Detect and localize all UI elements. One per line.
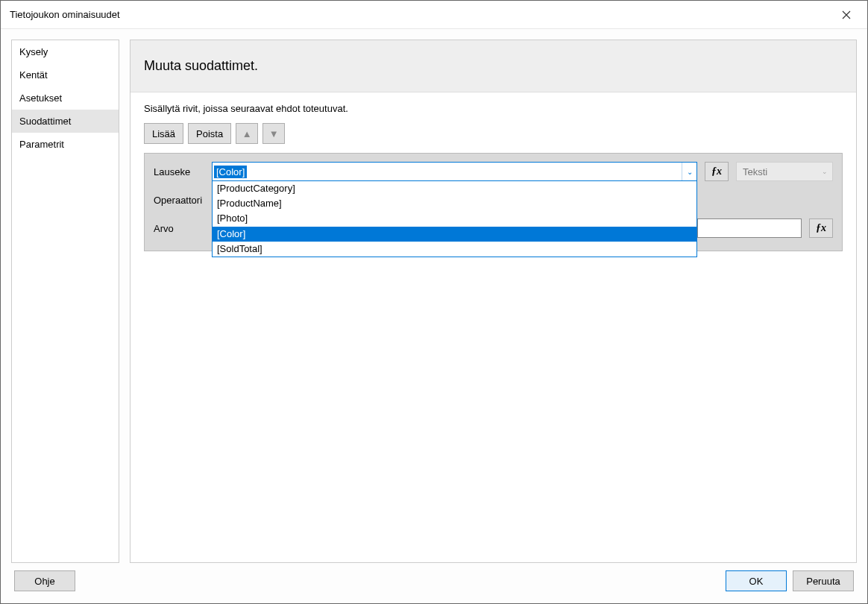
cancel-button[interactable]: Peruuta [793,570,854,591]
ok-button[interactable]: OK [726,570,787,591]
dialog-body: Kysely Kentät Asetukset Suodattimet Para… [1,29,867,603]
expression-dropdown-list: [ProductCategory] [ProductName] [Photo] [212,181,697,257]
option-label: [ProductCategory] [217,183,295,194]
button-label: OK [749,576,764,587]
option-label: [Photo] [217,213,248,224]
expression-fx-button[interactable]: ƒx [705,162,729,181]
value-label: Arvo [154,223,204,234]
content-panel: Muuta suodattimet. Sisällytä rivit, jois… [130,40,857,563]
type-selected-value: Teksti [743,166,767,177]
sidebar-item-label: Kysely [19,46,48,57]
sidebar-item-label: Kentät [19,69,48,81]
sidebar-item-label: Parametrit [19,139,64,150]
window-title: Tietojoukon ominaisuudet [10,9,834,20]
row-expression: Lauseke [Color] ⌄ [ProductCategory] [154,161,833,182]
sidebar-item-kentat[interactable]: Kentät [12,63,119,86]
titlebar: Tietojoukon ominaisuudet [1,1,867,29]
dropdown-option-productname[interactable]: [ProductName] [213,196,696,211]
fx-icon: ƒx [816,222,826,234]
content-heading: Muuta suodattimet. [130,40,856,92]
expression-label: Lauseke [154,166,204,177]
move-up-button[interactable]: ▲ [236,123,258,144]
sidebar-item-kysely[interactable]: Kysely [12,40,119,63]
move-down-button[interactable]: ▼ [262,123,285,144]
close-icon [842,10,851,19]
option-label: [SoldTotal] [217,243,262,254]
value-input[interactable] [697,218,802,238]
chevron-down-icon: ⌄ [822,168,828,175]
button-label: Ohje [34,576,54,587]
sidebar-item-asetukset[interactable]: Asetukset [12,86,119,110]
option-label: [ProductName] [217,198,282,209]
help-button[interactable]: Ohje [14,570,75,591]
fx-icon: ƒx [711,166,722,177]
dropdown-option-color[interactable]: [Color] [213,227,696,242]
expression-combo-wrap: [Color] ⌄ [ProductCategory] [ProductName… [212,162,697,181]
sidebar: Kysely Kentät Asetukset Suodattimet Para… [11,40,119,563]
type-combobox[interactable]: Teksti ⌄ [736,162,833,181]
dropdown-option-productcategory[interactable]: [ProductCategory] [213,181,696,196]
dialog-window: Tietojoukon ominaisuudet Kysely Kentät A… [0,0,868,604]
operator-label: Operaattori [154,195,204,206]
sidebar-item-label: Asetukset [19,92,62,104]
expression-combobox[interactable]: [Color] ⌄ [212,162,697,181]
button-label: Poista [196,128,223,139]
content-body: Sisällytä rivit, joissa seuraavat ehdot … [130,92,856,562]
chevron-down-icon: ⌄ [682,163,696,180]
remove-button[interactable]: Poista [188,123,231,144]
button-label: Lisää [152,128,175,139]
sidebar-item-parametrit[interactable]: Parametrit [12,133,119,156]
arrow-up-icon: ▲ [242,128,252,139]
value-fx-button[interactable]: ƒx [809,218,833,238]
dropdown-option-photo[interactable]: [Photo] [213,211,696,226]
dropdown-option-soldtotal[interactable]: [SoldTotal] [213,242,696,257]
add-button[interactable]: Lisää [144,123,183,144]
filter-panel: Lauseke [Color] ⌄ [ProductCategory] [144,153,843,251]
button-label: Peruuta [806,576,840,587]
sidebar-item-label: Suodattimet [19,116,71,127]
option-label: [Color] [217,228,245,239]
close-button[interactable] [834,4,858,25]
expression-selected-value: [Color] [214,166,247,178]
sidebar-item-suodattimet[interactable]: Suodattimet [12,110,119,133]
filter-toolbar: Lisää Poista ▲ ▼ [144,123,843,144]
arrow-down-icon: ▼ [269,128,279,139]
dialog-footer: Ohje OK Peruuta [11,563,857,593]
instruction-text: Sisällytä rivit, joissa seuraavat ehdot … [144,103,843,114]
main-area: Kysely Kentät Asetukset Suodattimet Para… [11,40,857,563]
